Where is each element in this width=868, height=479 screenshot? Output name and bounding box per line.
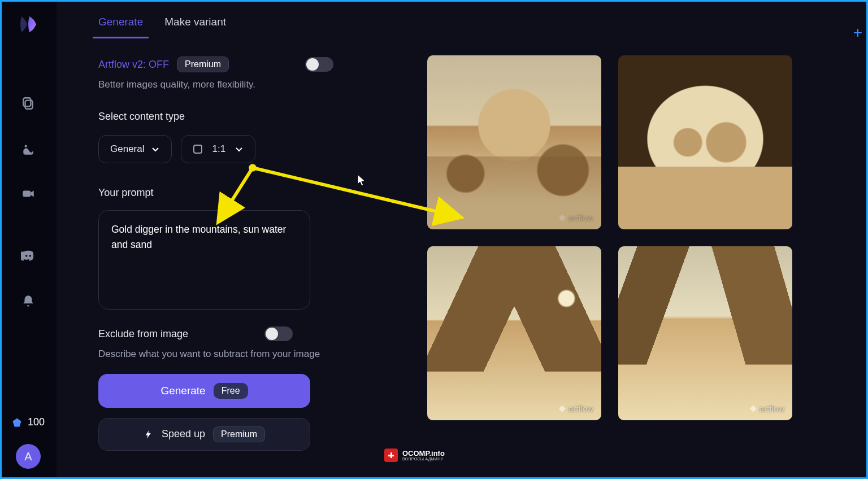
content-type-select[interactable]: General [98,135,172,163]
generate-panel: Generate Make variant Artflow v2: OFF Pr… [57,0,373,479]
prompt-input[interactable]: Gold digger in the mountains, sun water … [98,210,310,310]
generate-button[interactable]: Generate Free [98,374,310,408]
watermark: artflow [750,213,784,223]
speed-up-button[interactable]: Speed up Premium [98,418,310,451]
user-avatar[interactable]: A [16,444,41,469]
svg-rect-0 [25,101,33,109]
sidebar: 100 A [0,0,57,479]
watermark: artflow [750,404,784,413]
svg-point-5 [29,255,31,256]
result-thumb-2[interactable]: artflow [618,55,792,229]
exclude-description: Describe what you want to subtract from … [98,347,336,362]
credits-display: 100 [12,416,45,428]
aspect-ratio-select[interactable]: 1:1 [181,135,255,163]
watermark: artflow [559,404,593,413]
result-gallery: artflow artflow artflow artflow [427,55,841,420]
svg-point-2 [25,145,27,147]
tab-make-variant[interactable]: Make variant [164,16,226,37]
content-type-value: General [110,143,144,155]
chevron-down-icon [151,145,160,154]
prompt-label: Your prompt [98,187,349,199]
svg-rect-3 [23,191,31,197]
credits-value: 100 [28,416,45,428]
add-icon[interactable]: + [853,24,862,42]
tab-generate[interactable]: Generate [98,16,143,37]
speed-up-label: Speed up [162,428,205,440]
result-thumb-3[interactable]: artflow [427,246,601,420]
mouse-cursor [357,174,367,188]
bolt-icon [144,429,154,439]
square-icon [193,144,203,154]
svg-marker-6 [12,418,21,426]
nav-copy-icon[interactable] [19,94,38,113]
v2-toggle[interactable] [305,57,333,72]
exclude-toggle[interactable] [264,326,293,341]
exclude-label: Exclude from image [98,328,188,340]
svg-point-4 [25,255,27,256]
nav-bell-icon[interactable] [19,291,38,311]
ocomp-watermark: OCOMP.info ВОПРОСЫ АДМИНУ [384,448,445,462]
v2-label: Artflow v2: OFF [98,59,169,71]
app-logo[interactable] [15,11,41,37]
aspect-ratio-value: 1:1 [212,143,225,155]
premium-badge: Premium [177,56,229,72]
svg-rect-1 [23,98,31,106]
nav-image-icon[interactable] [19,139,38,158]
generate-button-label: Generate [160,385,205,397]
result-thumb-1[interactable]: artflow [427,55,601,229]
premium-badge: Premium [213,426,265,442]
free-badge: Free [214,383,248,399]
chevron-down-icon [235,145,244,154]
svg-rect-7 [194,145,202,153]
tabs: Generate Make variant [98,16,349,37]
content-type-label: Select content type [98,111,349,123]
watermark: artflow [559,213,593,223]
nav-discord-icon[interactable] [19,246,38,265]
result-thumb-4[interactable]: artflow [618,246,792,420]
v2-subtitle: Better images quality, more flexibility. [98,79,349,90]
nav-video-icon[interactable] [19,184,38,203]
